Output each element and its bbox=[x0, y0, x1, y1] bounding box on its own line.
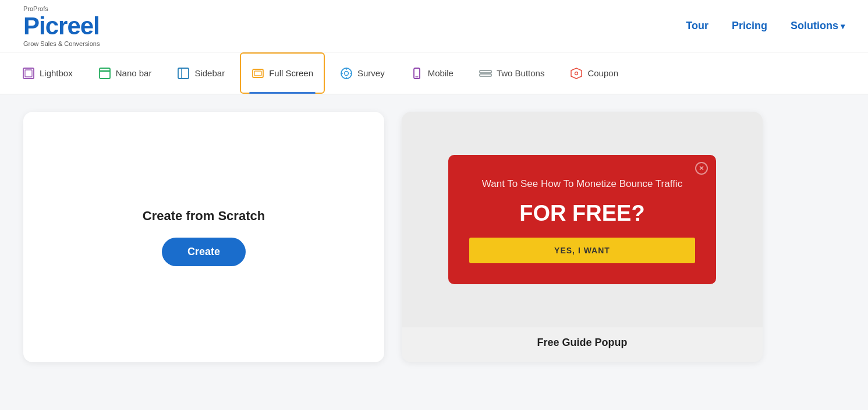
popup-box: ✕ Want To See How To Monetize Bounce Tra… bbox=[448, 155, 716, 284]
tab-coupon[interactable]: Coupon bbox=[559, 52, 629, 94]
mobile-icon bbox=[410, 67, 423, 80]
create-button[interactable]: Create bbox=[162, 238, 246, 266]
svg-point-19 bbox=[575, 72, 578, 75]
svg-rect-18 bbox=[480, 74, 491, 76]
tabs-bar: Lightbox Nano bar Sidebar Full S bbox=[0, 52, 868, 94]
header: ProProfs Picreel Grow Sales & Conversion… bbox=[0, 0, 868, 52]
template-label: Free Guide Popup bbox=[527, 327, 636, 358]
tab-nanobar[interactable]: Nano bar bbox=[88, 52, 162, 94]
logo-name: Picreel bbox=[23, 12, 100, 40]
tab-sidebar-label: Sidebar bbox=[194, 68, 225, 78]
nanobar-icon bbox=[98, 67, 111, 80]
popup-cta-button[interactable]: YES, I WANT bbox=[469, 238, 695, 263]
lightbox-icon bbox=[22, 67, 35, 80]
chevron-down-icon: ▾ bbox=[841, 22, 845, 31]
create-from-scratch-card: Create from Scratch Create bbox=[23, 112, 384, 362]
svg-point-10 bbox=[345, 71, 349, 75]
svg-rect-2 bbox=[100, 68, 110, 79]
tab-fullscreen-label: Full Screen bbox=[269, 68, 313, 78]
tab-mobile[interactable]: Mobile bbox=[400, 52, 464, 94]
svg-rect-17 bbox=[480, 70, 491, 73]
nav-tour[interactable]: Tour bbox=[686, 20, 708, 32]
sidebar-icon bbox=[177, 67, 190, 80]
tab-fullscreen[interactable]: Full Screen bbox=[240, 52, 325, 94]
twobuttons-icon bbox=[479, 67, 492, 80]
tab-coupon-label: Coupon bbox=[587, 68, 618, 78]
tab-survey-label: Survey bbox=[357, 68, 385, 78]
logo: ProProfs Picreel Grow Sales & Conversion… bbox=[23, 5, 100, 47]
tab-twobuttons-label: Two Buttons bbox=[497, 68, 545, 78]
main-content: Create from Scratch Create ✕ Want To See… bbox=[0, 94, 868, 380]
fullscreen-icon bbox=[251, 67, 264, 80]
nav-solutions-label: Solutions bbox=[791, 20, 838, 32]
popup-close-icon[interactable]: ✕ bbox=[695, 162, 708, 175]
tab-twobuttons[interactable]: Two Buttons bbox=[469, 52, 555, 94]
coupon-icon bbox=[570, 67, 583, 80]
nav-links: Tour Pricing Solutions ▾ bbox=[686, 20, 845, 32]
logo-brand: ProProfs bbox=[23, 5, 100, 12]
create-card-title: Create from Scratch bbox=[143, 208, 265, 224]
nav-pricing[interactable]: Pricing bbox=[732, 20, 767, 32]
survey-icon bbox=[340, 67, 353, 80]
popup-subtitle: Want To See How To Monetize Bounce Traff… bbox=[482, 178, 682, 190]
tab-survey[interactable]: Survey bbox=[330, 52, 395, 94]
tab-lightbox[interactable]: Lightbox bbox=[12, 52, 83, 94]
template-card: ✕ Want To See How To Monetize Bounce Tra… bbox=[402, 112, 763, 362]
svg-rect-5 bbox=[178, 68, 189, 79]
popup-title: FOR FREE? bbox=[519, 202, 644, 226]
tab-mobile-label: Mobile bbox=[428, 68, 454, 78]
svg-rect-8 bbox=[254, 71, 261, 76]
nav-solutions[interactable]: Solutions ▾ bbox=[791, 20, 845, 32]
tab-nanobar-label: Nano bar bbox=[116, 68, 152, 78]
svg-rect-1 bbox=[25, 70, 32, 77]
template-preview: ✕ Want To See How To Monetize Bounce Tra… bbox=[402, 112, 763, 327]
tab-lightbox-label: Lightbox bbox=[40, 68, 73, 78]
logo-tagline: Grow Sales & Conversions bbox=[23, 40, 100, 47]
tab-sidebar[interactable]: Sidebar bbox=[166, 52, 235, 94]
